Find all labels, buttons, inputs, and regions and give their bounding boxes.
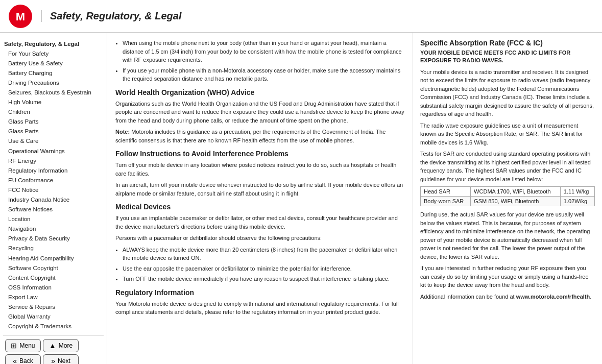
sar-value: 1.02W/kg	[560, 197, 594, 206]
next-button[interactable]: »Next	[43, 354, 79, 364]
sar-table: Head SARWCDMA 1700, WiFi, Bluetooth1.11 …	[420, 186, 595, 206]
nav-item-glass-parts[interactable]: Glass Parts	[3, 117, 104, 127]
sar-para4: During use, the actual SAR values for yo…	[420, 210, 595, 261]
sar-para6: Additional information can be found at w…	[420, 293, 595, 301]
nav-list: Safety, Regulatory, & Legal	[3, 39, 104, 48]
sar-table-row: Head SARWCDMA 1700, WiFi, Bluetooth1.11 …	[421, 187, 595, 197]
bottom-nav: ⊞Menu▲More«Back»Next	[3, 335, 104, 364]
sar-para6-prefix: Additional information can be found at	[420, 294, 516, 300]
nav-item-rf-energy[interactable]: RF Energy	[3, 156, 104, 165]
more-button-icon: ▲	[49, 342, 56, 350]
sar-link[interactable]: www.motorola.com/rfhealth	[516, 294, 590, 300]
nav-item-operational-warnings[interactable]: Operational Warnings	[3, 146, 104, 156]
menu-button-label: Menu	[19, 342, 35, 349]
regulatory-info-title: Regulatory Information	[115, 288, 404, 297]
menu-button[interactable]: ⊞Menu	[5, 339, 41, 352]
who-advice-title: World Health Organization (WHO) Advice	[115, 88, 404, 96]
note-label: Note:	[115, 129, 130, 135]
sar-table-row: Body-worn SARGSM 850, WiFi, Bluetooth1.0…	[421, 197, 595, 206]
nav-item-regulatory-information[interactable]: Regulatory Information	[3, 165, 104, 175]
header: M Safety, Regulatory, & Legal	[0, 0, 602, 33]
note-body: Motorola includes this guidance as a pre…	[115, 129, 386, 143]
nav-item-for-your-safety[interactable]: For Your Safety	[3, 48, 104, 58]
nav-item-driving-precautions[interactable]: Driving Precautions	[3, 78, 104, 87]
sar-para3: Tests for SAR are conducted using standa…	[420, 150, 595, 183]
nav-panel: Safety, Regulatory, & Legal For Your Saf…	[0, 33, 107, 364]
nav-item-fcc-notice[interactable]: FCC Notice	[3, 185, 104, 195]
next-button-label: Next	[58, 357, 70, 364]
nav-item-service-repairs[interactable]: Service & Repairs	[3, 302, 104, 312]
note-para: Note: Motorola includes this guidance as…	[115, 128, 404, 144]
nav-item-industry-canada-notice[interactable]: Industry Canada Notice	[3, 195, 104, 205]
nav-item-content-copyright[interactable]: Content Copyright	[3, 273, 104, 282]
nav-item-privacy-data-security[interactable]: Privacy & Data Security	[3, 234, 104, 244]
nav-item-software-copyright[interactable]: Software Copyright	[3, 263, 104, 273]
nav-item-software-notices[interactable]: Software Notices	[3, 205, 104, 214]
sar-para2: The radio wave exposure guidelines use a…	[420, 122, 595, 147]
interference-body2: In an aircraft, turn off your mobile dev…	[115, 181, 404, 198]
nav-section-title[interactable]: Safety, Regulatory, & Legal	[3, 39, 104, 48]
svg-text:M: M	[16, 10, 25, 23]
page-title: Safety, Regulatory, & Legal	[41, 10, 181, 22]
sar-type: Body-worn SAR	[421, 197, 471, 206]
sar-para6-suffix: .	[590, 294, 591, 300]
medical-devices-title: Medical Devices	[115, 203, 404, 211]
nav-item-navigation[interactable]: Navigation	[3, 224, 104, 234]
nav-item-battery-charging[interactable]: Battery Charging	[3, 68, 104, 78]
nav-item-high-volume[interactable]: High Volume	[3, 98, 104, 107]
nav-item-recycling[interactable]: Recycling	[3, 244, 104, 253]
nav-item-children[interactable]: Children	[3, 107, 104, 117]
nav-item-hearing-aid-compatibility[interactable]: Hearing Aid Compatibility	[3, 253, 104, 263]
nav-item-copyright-trademarks[interactable]: Copyright & Trademarks	[3, 322, 104, 331]
sar-value: 1.11 W/kg	[560, 187, 594, 197]
nav-item-use-care[interactable]: Use & Care	[3, 136, 104, 146]
nav-item-eu-conformance[interactable]: EU Conformance	[3, 175, 104, 185]
sar-para1: Your mobile device is a radio transmitte…	[420, 68, 595, 118]
regulatory-info-body: Your Motorola mobile device is designed …	[115, 300, 404, 317]
nav-item-global-warranty[interactable]: Global Warranty	[3, 312, 104, 322]
right-panel: Specific Absorption Rate (FCC & IC) YOUR…	[413, 33, 602, 364]
who-advice-body: Organizations such as the World Health O…	[115, 100, 404, 125]
next-button-icon: »	[51, 357, 55, 364]
nav-item-oss-information[interactable]: OSS Information	[3, 282, 104, 292]
more-button[interactable]: ▲More	[43, 339, 79, 352]
main-content: When using the mobile phone next to your…	[107, 33, 413, 364]
nav-item-location[interactable]: Location	[3, 214, 104, 224]
nav-item-glass-parts[interactable]: Glass Parts	[3, 127, 104, 136]
interference-body1: Turn off your mobile device in any locat…	[115, 161, 404, 178]
sar-type: Head SAR	[421, 187, 471, 197]
sar-spec: GSM 850, WiFi, Bluetooth	[471, 197, 561, 206]
bullet-body-distance: When using the mobile phone next to your…	[123, 39, 404, 64]
sar-spec: WCDMA 1700, WiFi, Bluetooth	[471, 187, 561, 197]
bullet-accessory: If you use your mobile phone with a non-…	[123, 66, 404, 83]
medical-bullet2: Use the ear opposite the pacemaker or de…	[123, 264, 404, 273]
content-area: Safety, Regulatory, & Legal For Your Saf…	[0, 33, 602, 364]
back-button[interactable]: «Back	[5, 354, 41, 364]
menu-button-icon: ⊞	[11, 342, 17, 350]
sar-title: Specific Absorption Rate (FCC & IC)	[420, 39, 595, 47]
sar-subtitle: YOUR MOBILE DEVICE MEETS FCC AND IC LIMI…	[420, 49, 595, 65]
nav-item-export-law[interactable]: Export Law	[3, 292, 104, 302]
nav-items-list: For Your SafetyBattery Use & SafetyBatte…	[3, 48, 104, 331]
back-button-icon: «	[13, 357, 17, 364]
medical-devices-body2: Persons with a pacemaker or defibrillato…	[115, 234, 404, 242]
medical-bullet3: Turn OFF the mobile device immediately i…	[123, 275, 404, 283]
back-button-label: Back	[19, 357, 33, 364]
sar-para5: If you are interested in further reducin…	[420, 264, 595, 289]
motorola-logo: M	[8, 4, 33, 29]
nav-item-seizures-blackouts-eyestrain[interactable]: Seizures, Blackouts & Eyestrain	[3, 87, 104, 97]
medical-bullet1: ALWAYS keep the mobile device more than …	[123, 246, 404, 262]
more-button-label: More	[59, 342, 73, 349]
nav-item-battery-use-safety[interactable]: Battery Use & Safety	[3, 58, 104, 68]
interference-title: Follow Instructions to Avoid Interferenc…	[115, 150, 404, 158]
medical-devices-body1: If you use an implantable pacemaker or d…	[115, 214, 404, 231]
